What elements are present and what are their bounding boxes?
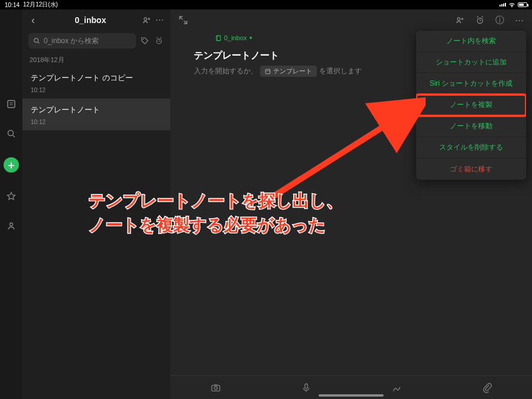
paperclip-icon[interactable] — [482, 382, 492, 393]
svg-line-25 — [477, 17, 478, 18]
wifi-icon — [508, 2, 515, 8]
template-chip[interactable]: テンプレート — [260, 66, 317, 77]
search-rail-icon[interactable] — [5, 128, 17, 140]
tag-filter-icon[interactable] — [140, 35, 150, 46]
context-menu-item[interactable]: ゴミ箱に移す — [416, 158, 526, 180]
note-context-menu: ノート内を検索ショートカットに追加Siri ショートカットを作成ノートを複製ノー… — [416, 31, 526, 180]
cellular-icon — [499, 3, 506, 7]
share-note-icon[interactable] — [455, 15, 465, 25]
context-menu-item[interactable]: スタイルを削除する — [416, 137, 526, 158]
note-item-title: テンプレートノート のコピー — [31, 73, 162, 83]
svg-point-32 — [214, 387, 217, 390]
svg-line-10 — [38, 42, 39, 43]
reminder-icon[interactable] — [475, 15, 485, 25]
reminder-filter-icon[interactable] — [154, 35, 164, 46]
search-icon — [33, 37, 40, 44]
svg-line-15 — [157, 37, 158, 38]
note-item-time: 10:12 — [31, 87, 162, 93]
note-item-title: テンプレートノート — [31, 105, 162, 115]
share-notebook-icon[interactable] — [142, 15, 154, 25]
editor-more-icon[interactable]: ⋯ — [515, 15, 524, 25]
context-menu-item[interactable]: ノートを複製 — [416, 95, 526, 116]
battery-icon — [518, 2, 527, 7]
add-note-button[interactable]: ＋ — [4, 157, 19, 173]
camera-icon[interactable] — [210, 382, 221, 393]
svg-rect-0 — [8, 100, 15, 108]
search-placeholder: 0_inbox から検索 — [44, 36, 99, 46]
svg-rect-33 — [214, 384, 218, 385]
template-icon — [265, 69, 271, 74]
ipad-status-bar: 10:14 12月12日(水) — [0, 0, 532, 9]
svg-line-4 — [13, 135, 15, 137]
expand-icon[interactable] — [179, 15, 188, 25]
svg-line-16 — [161, 37, 162, 38]
pen-icon[interactable] — [391, 382, 402, 393]
account-rail-icon[interactable] — [5, 220, 17, 232]
context-menu-item[interactable]: ノート内を検索 — [416, 31, 526, 52]
list-more-icon[interactable]: ⋯ — [154, 15, 166, 25]
list-header: ‹ 0_inbox ⋯ — [22, 9, 170, 31]
left-rail: ＋ — [0, 9, 22, 399]
notes-rail-icon[interactable] — [5, 98, 17, 110]
note-list-pane: ‹ 0_inbox ⋯ 0_inbox から検索 2018年12月 テンプレート… — [22, 9, 170, 399]
svg-point-9 — [34, 38, 38, 43]
back-button[interactable]: ‹ — [27, 14, 39, 27]
editor-pane: ⓘ ⋯ 0_inbox ▾ テンプレートノート 入力を開始するか、 テンプレート… — [170, 9, 532, 399]
shortcuts-rail-icon[interactable] — [5, 190, 17, 202]
notebook-title: 0_inbox — [39, 15, 142, 25]
status-date: 12月12日(水) — [23, 1, 58, 9]
svg-rect-34 — [304, 384, 307, 388]
status-time: 10:14 — [5, 2, 20, 8]
note-item-time: 10:12 — [31, 119, 162, 125]
date-section-label: 2018年12月 — [22, 53, 170, 67]
svg-point-6 — [144, 18, 147, 21]
note-list-item[interactable]: テンプレートノート のコピー10:12 — [22, 67, 170, 99]
notebook-icon — [215, 35, 222, 41]
search-input[interactable]: 0_inbox から検索 — [28, 33, 136, 48]
svg-point-3 — [8, 131, 14, 136]
context-menu-item[interactable]: ノートを移動 — [416, 116, 526, 137]
home-indicator[interactable] — [319, 394, 384, 397]
svg-point-11 — [143, 39, 144, 40]
context-menu-item[interactable]: Siri ショートカットを作成 — [416, 73, 526, 95]
svg-point-5 — [10, 223, 13, 226]
svg-point-19 — [458, 18, 460, 21]
info-icon[interactable]: ⓘ — [495, 15, 504, 26]
note-list-item[interactable]: テンプレートノート10:12 — [22, 99, 170, 131]
context-menu-item[interactable]: ショートカットに追加 — [416, 52, 526, 73]
mic-icon[interactable] — [301, 382, 312, 393]
chevron-down-icon: ▾ — [249, 35, 252, 41]
svg-rect-29 — [265, 69, 270, 74]
svg-line-26 — [482, 17, 483, 18]
breadcrumb-label: 0_inbox — [224, 34, 247, 41]
